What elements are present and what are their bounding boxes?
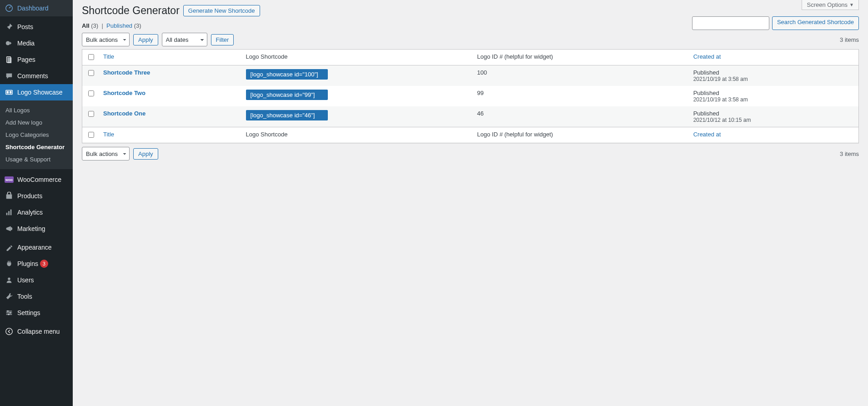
sidebar-item-appearance[interactable]: Appearance bbox=[0, 239, 73, 256]
sidebar-label: Tools bbox=[17, 293, 32, 300]
row-date: 2021/10/12 at 10:15 am bbox=[693, 117, 854, 123]
table-row: Shortcode One[logo_showcase id="46"]46Pu… bbox=[82, 106, 858, 127]
sidebar-item-woocommerce[interactable]: wooWooCommerce bbox=[0, 171, 73, 188]
sidebar-item-posts[interactable]: Posts bbox=[0, 19, 73, 35]
bulk-actions-select-bottom[interactable]: Bulk actions bbox=[82, 147, 130, 160]
appearance-icon bbox=[5, 243, 14, 252]
row-logo-id: 46 bbox=[472, 106, 688, 127]
pin-icon bbox=[5, 22, 14, 31]
sidebar-label: Users bbox=[17, 276, 34, 284]
sidebar-label: Plugins bbox=[17, 260, 38, 267]
svg-rect-7 bbox=[6, 194, 12, 199]
sidebar-label: Analytics bbox=[17, 209, 43, 216]
marketing-icon bbox=[5, 224, 14, 233]
sidebar-item-analytics[interactable]: Analytics bbox=[0, 204, 73, 221]
svg-rect-10 bbox=[10, 210, 12, 216]
pages-icon bbox=[5, 55, 14, 64]
sidebar-item-comments[interactable]: Comments bbox=[0, 68, 73, 84]
sidebar-item-tools[interactable]: Tools bbox=[0, 288, 73, 305]
row-title-link[interactable]: Shortcode Two bbox=[103, 90, 146, 96]
col-title-footer[interactable]: Title bbox=[99, 127, 241, 143]
svg-point-17 bbox=[8, 314, 10, 316]
items-count-top: 3 items bbox=[840, 36, 859, 43]
svg-point-11 bbox=[8, 278, 10, 280]
row-checkbox[interactable] bbox=[88, 111, 94, 117]
apply-button-bottom[interactable]: Apply bbox=[133, 148, 158, 160]
main-content: Screen Options ▼ Shortcode Generator Gen… bbox=[73, 0, 868, 406]
sidebar-item-users[interactable]: Users bbox=[0, 272, 73, 288]
submenu-usage-support[interactable]: Usage & Support bbox=[0, 153, 73, 165]
plugins-icon bbox=[5, 259, 14, 268]
row-checkbox[interactable] bbox=[88, 70, 94, 76]
row-state: Published bbox=[693, 69, 854, 76]
svg-point-18 bbox=[6, 328, 12, 335]
row-date: 2021/10/19 at 3:58 am bbox=[693, 96, 854, 103]
sidebar-item-pages[interactable]: Pages bbox=[0, 51, 73, 68]
sidebar-item-marketing[interactable]: Marketing bbox=[0, 221, 73, 237]
search-button[interactable]: Search Generated Shortcode bbox=[772, 16, 859, 30]
sidebar-item-logo-showcase[interactable]: Logo Showcase bbox=[0, 84, 73, 100]
sidebar-label: Marketing bbox=[17, 225, 45, 232]
filter-button[interactable]: Filter bbox=[211, 34, 234, 45]
chevron-down-icon: ▼ bbox=[849, 2, 854, 7]
row-state: Published bbox=[693, 110, 854, 117]
row-logo-id: 100 bbox=[472, 65, 688, 86]
col-logo-id-header: Logo ID # (helpful for widget) bbox=[472, 50, 688, 65]
select-all-bottom[interactable] bbox=[88, 132, 94, 138]
search-box: Search Generated Shortcode bbox=[692, 16, 859, 30]
analytics-icon bbox=[5, 208, 14, 217]
sidebar-item-collapse[interactable]: Collapse menu bbox=[0, 323, 73, 340]
products-icon bbox=[5, 191, 14, 200]
svg-point-15 bbox=[7, 311, 9, 312]
select-all-top[interactable] bbox=[88, 54, 94, 60]
sidebar-label: Collapse menu bbox=[17, 328, 60, 335]
filter-published[interactable]: Published (3) bbox=[106, 22, 141, 29]
date-filter-select[interactable]: All dates bbox=[162, 33, 207, 46]
sidebar-item-products[interactable]: Products bbox=[0, 188, 73, 204]
col-created-footer[interactable]: Created at bbox=[689, 127, 858, 143]
tablenav-top: Bulk actions Apply All dates Filter 3 it… bbox=[82, 33, 859, 46]
row-title-link[interactable]: Shortcode One bbox=[103, 110, 146, 117]
row-checkbox[interactable] bbox=[88, 90, 94, 96]
svg-point-16 bbox=[10, 312, 11, 314]
svg-rect-8 bbox=[6, 213, 8, 215]
screen-options-button[interactable]: Screen Options ▼ bbox=[802, 0, 859, 10]
search-input[interactable] bbox=[692, 16, 769, 30]
sidebar-item-plugins[interactable]: Plugins3 bbox=[0, 256, 73, 272]
sidebar-label: Appearance bbox=[17, 244, 52, 251]
screen-options-label: Screen Options bbox=[807, 1, 848, 8]
svg-rect-5 bbox=[7, 91, 9, 93]
submenu-add-new-logo[interactable]: Add New logo bbox=[0, 116, 73, 129]
svg-rect-3 bbox=[7, 58, 11, 64]
woo-icon: woo bbox=[5, 175, 14, 184]
showcase-icon bbox=[5, 88, 14, 97]
sidebar-label: Comments bbox=[17, 72, 48, 80]
sidebar-item-dashboard[interactable]: Dashboard bbox=[0, 0, 73, 16]
row-shortcode[interactable]: [logo_showcase id="99"] bbox=[246, 90, 328, 100]
submenu-logo-categories[interactable]: Logo Categories bbox=[0, 129, 73, 141]
dashboard-icon bbox=[5, 4, 14, 13]
generate-new-shortcode-button[interactable]: Generate New Shortcode bbox=[183, 5, 260, 16]
svg-rect-6 bbox=[10, 91, 12, 93]
table-row: Shortcode Two[logo_showcase id="99"]99Pu… bbox=[82, 86, 858, 106]
bulk-actions-select-top[interactable]: Bulk actions bbox=[82, 33, 130, 46]
col-title-header[interactable]: Title bbox=[99, 50, 241, 65]
col-logo-id-footer: Logo ID # (helpful for widget) bbox=[472, 127, 688, 143]
sidebar-item-media[interactable]: Media bbox=[0, 35, 73, 51]
sidebar-submenu: All Logos Add New logo Logo Categories S… bbox=[0, 100, 73, 169]
row-shortcode[interactable]: [logo_showcase id="100"] bbox=[246, 69, 328, 80]
apply-button-top[interactable]: Apply bbox=[133, 34, 158, 45]
sidebar-label: Posts bbox=[17, 23, 33, 30]
sidebar-item-settings[interactable]: Settings bbox=[0, 305, 73, 321]
row-date: 2021/10/19 at 3:58 am bbox=[693, 76, 854, 82]
items-count-bottom: 3 items bbox=[840, 150, 859, 157]
col-created-header[interactable]: Created at bbox=[689, 50, 858, 65]
filter-all[interactable]: All (3) bbox=[82, 22, 98, 29]
row-title-link[interactable]: Shortcode Three bbox=[103, 69, 150, 76]
table-row: Shortcode Three[logo_showcase id="100"]1… bbox=[82, 65, 858, 86]
row-shortcode[interactable]: [logo_showcase id="46"] bbox=[246, 110, 328, 120]
sidebar-label: Logo Showcase bbox=[17, 89, 63, 96]
submenu-all-logos[interactable]: All Logos bbox=[0, 104, 73, 116]
row-state: Published bbox=[693, 90, 854, 96]
submenu-shortcode-generator[interactable]: Shortcode Generator bbox=[0, 141, 73, 153]
